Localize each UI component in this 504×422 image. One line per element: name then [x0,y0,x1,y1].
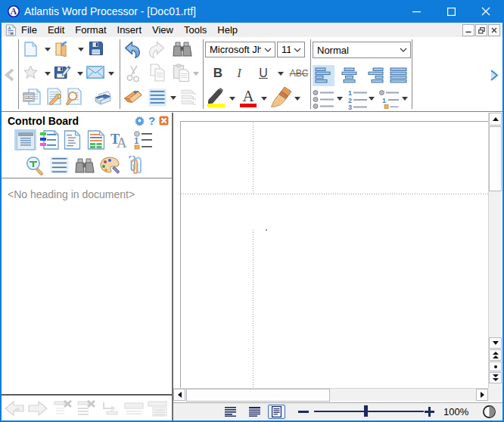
zoom-slider-track[interactable] [314,411,424,412]
underline-button[interactable]: U [257,64,270,83]
align-right-button[interactable] [364,65,386,86]
font-name-chevron-icon[interactable] [261,42,275,57]
close-button[interactable] [468,0,503,23]
document-repair-button[interactable] [46,88,64,106]
print-preview-button[interactable] [64,88,82,106]
menu-insert[interactable]: Insert [112,23,148,37]
numbered-list-button[interactable]: 123 [347,89,368,110]
find-button[interactable] [172,40,192,58]
save-button[interactable] [89,41,104,56]
special-symbols-button[interactable] [181,88,198,107]
nav-back-button[interactable] [5,400,28,417]
new-dropdown-arrow[interactable] [45,48,51,51]
format-painter-dropdown-arrow[interactable] [294,97,300,101]
online-view-button[interactable] [247,405,262,418]
control-board-tab-paragraph[interactable] [48,155,70,176]
italic-button[interactable]: I [233,64,245,83]
chevron-right-icon[interactable] [488,69,501,82]
delete-heading-button[interactable] [54,400,77,417]
numbered-list-dropdown-arrow[interactable] [369,97,375,101]
mdi-minimize-button[interactable] [462,24,474,36]
gear-icon[interactable] [135,116,145,126]
paste-dropdown-arrow[interactable] [193,72,199,76]
control-board-tab-overview[interactable] [14,129,36,150]
maximize-button[interactable] [434,0,468,23]
mdi-close-button[interactable] [488,24,500,36]
style-chevron-icon[interactable] [397,42,410,57]
control-board-tab-bookmarks[interactable]: 1 [132,129,154,150]
align-center-button[interactable] [338,65,360,86]
scroll-right-button[interactable] [476,389,488,401]
move-heading-button[interactable] [101,400,124,417]
spacing-dropdown-arrow[interactable] [170,96,176,100]
control-board-tab-draft[interactable] [61,129,83,150]
save-as-dropdown-arrow[interactable] [77,72,83,76]
favorites-dropdown-arrow[interactable] [45,72,51,76]
highlight-dropdown-arrow[interactable] [229,97,235,101]
font-name-combo[interactable]: Microsoft Jh [205,42,275,57]
control-board-tab-styles[interactable] [85,129,107,150]
justify-button[interactable] [387,65,409,86]
page-view-button[interactable] [268,405,285,419]
zoom-slider-thumb[interactable] [364,405,368,417]
control-board-tab-colors[interactable] [98,155,120,176]
control-board-tab-attachments[interactable] [123,155,145,176]
scroll-up-button[interactable] [489,113,502,126]
cut-button[interactable] [125,64,143,82]
print-button[interactable] [94,88,113,106]
help-question-icon[interactable]: ? [148,114,155,127]
align-left-button[interactable] [313,65,334,86]
open-button[interactable] [54,41,69,57]
scroll-down-button[interactable] [489,337,502,349]
paste-button[interactable] [173,64,190,82]
vertical-scrollbar-thumb[interactable] [489,126,502,191]
underline-dropdown-arrow[interactable] [278,72,284,76]
minimize-button[interactable] [399,0,434,23]
next-page-button[interactable] [489,372,502,383]
control-board-tab-headings[interactable] [38,129,60,150]
style-combo[interactable]: Normal [313,42,411,58]
control-board-tab-zoom[interactable] [23,155,45,176]
font-size-combo[interactable]: 11 [277,42,305,57]
bold-button[interactable]: B [211,64,225,83]
menu-file[interactable]: File [16,23,42,37]
vertical-scrollbar[interactable] [488,113,501,388]
font-size-chevron-icon[interactable] [291,42,304,57]
email-button[interactable] [86,66,104,79]
nav-forward-button[interactable] [28,400,51,417]
undo-button[interactable] [123,41,141,58]
draft-view-button[interactable] [223,405,238,418]
menu-format[interactable]: Format [70,23,111,37]
paragraph-spacing-button[interactable] [148,88,166,107]
menu-tools[interactable]: Tools [179,23,212,37]
bullet-list-button[interactable] [312,89,335,110]
bullet-list-dropdown-arrow[interactable] [337,97,343,101]
scroll-left-button[interactable] [173,389,185,401]
chevron-left-icon[interactable] [3,68,15,82]
font-color-button[interactable]: A [239,87,257,108]
document-list-button[interactable] [148,400,171,417]
menu-view[interactable]: View [147,23,179,37]
outline-list-dropdown-arrow[interactable] [402,97,408,101]
contrast-circle-icon[interactable] [483,405,496,418]
horizontal-scrollbar[interactable] [173,388,488,401]
font-color-dropdown-arrow[interactable] [261,97,267,101]
favorites-button[interactable] [23,65,38,79]
select-browse-object-button[interactable] [489,361,502,371]
eraser-button[interactable] [123,90,142,104]
zoom-in-button[interactable] [425,407,434,417]
control-board-tab-fonts[interactable]: T A [108,129,130,150]
zoom-out-button[interactable] [298,411,309,413]
delete-subheading-button[interactable] [77,400,101,417]
email-dropdown-arrow[interactable] [108,72,114,76]
mdi-restore-button[interactable] [475,24,487,36]
heading-list-button[interactable] [124,400,148,417]
menu-help[interactable]: Help [212,23,243,37]
document-properties-button[interactable] [23,88,42,106]
save-as-button[interactable] [54,64,71,80]
format-painter-button[interactable] [270,86,292,108]
outline-list-button[interactable]: 1 [378,89,400,110]
new-document-button[interactable] [23,42,37,57]
menu-edit[interactable]: Edit [42,23,70,37]
previous-page-button[interactable] [489,349,502,361]
